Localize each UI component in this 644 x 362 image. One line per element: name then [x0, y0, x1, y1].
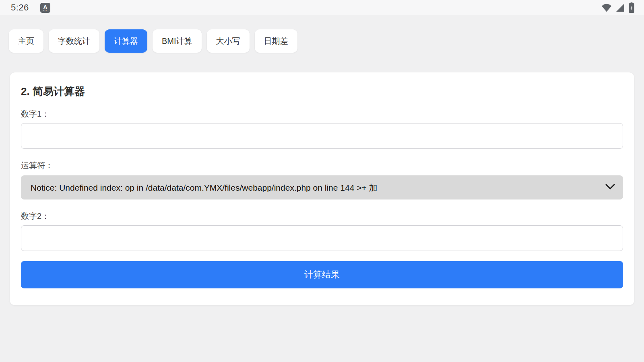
tab-bar: 主页 字数统计 计算器 BMI计算 大小写 日期差: [9, 29, 297, 53]
number1-input[interactable]: [21, 123, 623, 149]
calculator-card: 2. 简易计算器 数字1： 运算符： Notice: Undefined ind…: [10, 72, 634, 305]
status-icons: [601, 2, 634, 13]
cellular-signal-icon: [616, 3, 625, 12]
tab-calculator[interactable]: 计算器: [105, 29, 147, 53]
page-title: 2. 简易计算器: [21, 85, 623, 97]
status-bar: 5:26 A ···: [0, 0, 644, 15]
tab-bmi[interactable]: BMI计算: [153, 29, 202, 53]
number1-label: 数字1：: [21, 109, 623, 119]
number2-label: 数字2：: [21, 211, 623, 221]
clock-text: 5:26: [11, 2, 29, 13]
calculate-button[interactable]: 计算结果: [21, 261, 623, 288]
tab-home[interactable]: 主页: [9, 29, 43, 53]
battery-charging-icon: [629, 2, 634, 13]
operator-select[interactable]: Notice: Undefined index: op in /data/dat…: [21, 175, 623, 200]
app-notification-dots-icon: ···: [43, 10, 47, 12]
tab-case-convert[interactable]: 大小写: [207, 29, 250, 53]
app-notification-icon: A ···: [40, 3, 50, 13]
operator-select-container: Notice: Undefined index: op in /data/dat…: [21, 175, 623, 200]
tab-date-diff[interactable]: 日期差: [255, 29, 297, 53]
tab-word-count[interactable]: 字数统计: [49, 29, 99, 53]
operator-label: 运算符：: [21, 160, 623, 170]
wifi-icon: [601, 3, 612, 12]
number2-input[interactable]: [21, 225, 623, 251]
